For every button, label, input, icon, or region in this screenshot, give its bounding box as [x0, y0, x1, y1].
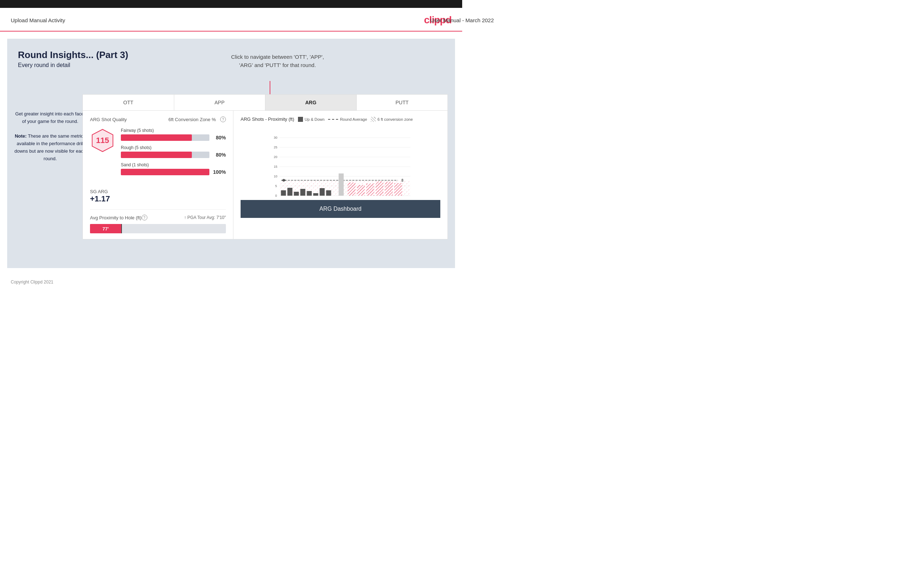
- fairway-bar-fill: [121, 134, 192, 141]
- proximity-header: Avg Proximity to Hole (ft) ? ↑ PGA Tour …: [90, 215, 226, 221]
- proximity-bar-track: 77': [90, 224, 226, 233]
- fairway-row: Fairway (5 shots) 80%: [121, 128, 226, 141]
- help-icon[interactable]: ?: [220, 116, 226, 122]
- svg-rect-35: [394, 183, 402, 196]
- legend-round-avg-icon: [328, 119, 338, 120]
- copyright-text: Copyright Clippd 2021: [11, 280, 53, 285]
- svg-text:25: 25: [274, 145, 278, 149]
- svg-rect-30: [348, 182, 356, 196]
- svg-rect-28: [339, 174, 344, 196]
- svg-rect-32: [367, 184, 374, 196]
- svg-text:0: 0: [275, 194, 277, 197]
- svg-text:30: 30: [274, 136, 278, 139]
- conversion-label: 6ft Conversion Zone %: [168, 117, 216, 122]
- legend-up-down: Up & Down: [298, 117, 325, 122]
- shot-quality-label: ARG Shot Quality: [90, 117, 127, 122]
- svg-rect-25: [313, 193, 318, 196]
- svg-rect-27: [326, 190, 331, 196]
- footer: Copyright Clippd 2021: [0, 275, 462, 289]
- chart-header: ARG Shots - Proximity (ft) Up & Down Rou…: [241, 116, 440, 122]
- insight-text-box: Get greater insight into each facet of y…: [15, 110, 86, 163]
- svg-text:10: 10: [274, 174, 278, 178]
- top-bar: [0, 0, 462, 8]
- tab-app[interactable]: APP: [174, 95, 266, 110]
- legend-round-avg: Round Average: [328, 117, 367, 121]
- legend-6ft: 6 ft conversion zone: [371, 117, 413, 122]
- svg-rect-21: [288, 188, 292, 196]
- dashboard-card: OTT APP ARG PUTT ARG Shot Quality 6ft Co…: [82, 94, 448, 239]
- shot-quality-bars: Fairway (5 shots) 80% Rough (5 shots): [121, 128, 226, 180]
- header: Upload Manual Activity User Manual - Mar…: [0, 8, 462, 32]
- legend-up-down-icon: [298, 117, 303, 122]
- svg-text:8: 8: [402, 179, 404, 182]
- tab-ott[interactable]: OTT: [83, 95, 174, 110]
- legend-6ft-icon: [371, 117, 376, 122]
- left-panel: ARG Shot Quality 6ft Conversion Zone % ?…: [83, 111, 233, 239]
- proximity-help-icon[interactable]: ?: [142, 215, 147, 221]
- svg-rect-31: [357, 185, 365, 196]
- proximity-section: Avg Proximity to Hole (ft) ? ↑ PGA Tour …: [90, 209, 226, 233]
- sand-bar-track: [121, 169, 209, 175]
- chart-area: 0 5 10 15 20 25 30: [241, 127, 440, 198]
- svg-rect-20: [281, 190, 286, 196]
- sand-row: Sand (1 shots) 100%: [121, 162, 226, 175]
- tab-putt[interactable]: PUTT: [357, 95, 448, 110]
- rough-bar-track: [121, 152, 209, 158]
- svg-rect-34: [385, 182, 393, 196]
- proximity-bar-fill: 77': [90, 224, 121, 233]
- sg-section: SG ARG +1.17: [90, 185, 226, 203]
- svg-text:15: 15: [274, 165, 278, 168]
- nav-hint: Click to navigate between 'OTT', 'APP', …: [231, 53, 324, 69]
- svg-rect-22: [294, 192, 299, 196]
- chart-svg: 0 5 10 15 20 25 30: [241, 127, 440, 198]
- rough-row: Rough (5 shots) 80%: [121, 145, 226, 158]
- arg-dashboard-button[interactable]: ARG Dashboard: [241, 200, 440, 218]
- svg-text:20: 20: [274, 155, 278, 159]
- main-content: Round Insights... (Part 3) Every round i…: [7, 39, 455, 268]
- proximity-bar-cursor: [121, 224, 122, 233]
- svg-rect-33: [376, 181, 384, 196]
- right-panel: ARG Shots - Proximity (ft) Up & Down Rou…: [233, 111, 447, 239]
- tab-arg[interactable]: ARG: [265, 95, 357, 110]
- dashboard-body: ARG Shot Quality 6ft Conversion Zone % ?…: [83, 111, 447, 239]
- shot-quality-header: ARG Shot Quality 6ft Conversion Zone % ?: [90, 116, 226, 122]
- svg-rect-26: [320, 188, 325, 196]
- svg-rect-23: [300, 189, 305, 196]
- hex-number: 115: [96, 136, 109, 145]
- svg-rect-24: [307, 191, 312, 196]
- tab-bar: OTT APP ARG PUTT: [83, 95, 447, 111]
- fairway-bar-track: [121, 134, 209, 141]
- header-center-label: User Manual - March 2022: [430, 17, 462, 23]
- sand-bar-fill: [121, 169, 209, 175]
- hex-badge: 115: [90, 128, 115, 153]
- rough-bar-fill: [121, 152, 192, 158]
- svg-text:5: 5: [275, 184, 277, 188]
- shot-quality-body: 115 Fairway (5 shots) 80%: [90, 128, 226, 180]
- upload-label: Upload Manual Activity: [11, 17, 65, 23]
